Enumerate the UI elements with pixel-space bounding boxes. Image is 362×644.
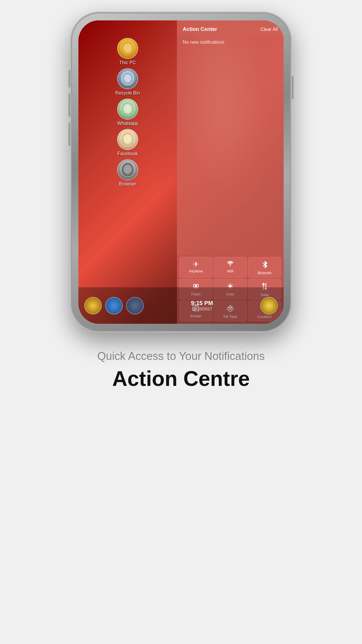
app-label-facebook: Facebook [117, 151, 138, 156]
action-center-panel: Action Center Clear All No new notificat… [177, 20, 284, 324]
action-center-title: Action Center [183, 26, 217, 32]
dock-avatar-right[interactable] [260, 297, 278, 314]
svg-point-4 [195, 285, 197, 287]
airplane-label: Airplane [189, 269, 203, 273]
app-label-thicpc: Thic PC [120, 60, 136, 65]
mute-button[interactable] [68, 123, 70, 146]
wifi-label: Wifi [227, 269, 233, 273]
no-notifications-text: No new notifications [183, 40, 278, 45]
app-icon-recyclebin [117, 68, 138, 89]
toggle-airplane[interactable]: ✈ Airplane [179, 257, 212, 278]
app-item-browser[interactable]: Browser [117, 159, 138, 187]
app-item-whatsapp[interactable]: Whatsapp [117, 99, 138, 126]
phone-container: Thic PC Recycle Bin Whatsapp [70, 12, 292, 332]
bluetooth-icon [262, 261, 267, 270]
app-item-facebook[interactable]: Facebook [117, 129, 138, 156]
app-icon-thicpc [117, 38, 138, 59]
toggle-bluetooth[interactable]: Blutooth [248, 257, 281, 278]
bluetooth-label: Blutooth [258, 271, 272, 275]
dock-date-value: 18/10/2017 [144, 307, 260, 311]
action-center-header: Action Center Clear All [177, 20, 284, 35]
toggle-wifi[interactable]: Wifi [214, 257, 247, 278]
description-section: Quick Access to Your Notifications Actio… [0, 332, 362, 408]
app-icon-whatsapp [117, 99, 138, 120]
volume-up-button[interactable] [68, 70, 70, 88]
dock-icon-2[interactable] [105, 297, 123, 314]
svg-line-10 [228, 284, 229, 285]
dock-icon-3[interactable] [126, 297, 144, 314]
app-dock-panel: Thic PC Recycle Bin Whatsapp [78, 20, 177, 287]
app-label-browser: Browser [119, 181, 136, 187]
phone-screen: Thic PC Recycle Bin Whatsapp [78, 20, 284, 324]
app-label-recyclebin: Recycle Bin [115, 90, 140, 96]
description-title: Action Centre [23, 367, 339, 390]
clear-all-button[interactable]: Clear All [260, 27, 278, 32]
app-item-thicpc[interactable]: Thic PC [117, 38, 138, 65]
volume-down-button[interactable] [68, 93, 70, 117]
app-item-recyclebin[interactable]: Recycle Bin [115, 68, 140, 96]
wifi-icon [227, 261, 234, 268]
svg-point-0 [230, 265, 231, 266]
dock-time-value: 9:15 PM [144, 300, 260, 307]
airplane-icon: ✈ [193, 261, 199, 268]
svg-line-13 [232, 284, 232, 285]
description-subtitle: Quick Access to Your Notifications [23, 350, 339, 363]
app-icon-facebook [117, 129, 138, 150]
dock-icons-group [84, 297, 144, 314]
power-button[interactable] [292, 76, 294, 99]
dock-time-display: 9:15 PM 18/10/2017 [144, 300, 260, 311]
bottom-dock: 9:15 PM 18/10/2017 [78, 287, 284, 324]
dock-icon-1[interactable] [84, 297, 102, 314]
notifications-area: No new notifications [177, 35, 284, 255]
phone-shell: Thic PC Recycle Bin Whatsapp [70, 12, 292, 332]
app-icon-browser [117, 159, 138, 180]
app-label-whatsapp: Whatsapp [117, 121, 138, 126]
